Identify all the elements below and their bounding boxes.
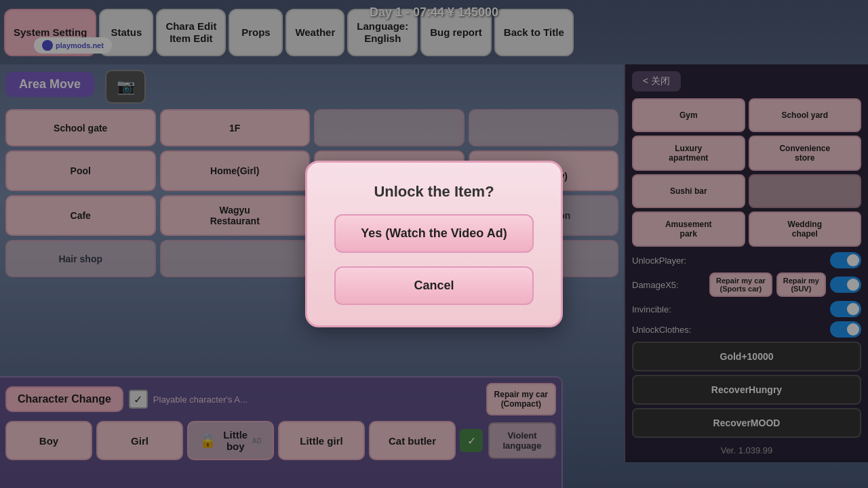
modal-yes-button[interactable]: Yes (Watch the Video Ad): [334, 214, 534, 253]
unlock-item-modal: Unlock the Item? Yes (Watch the Video Ad…: [305, 161, 563, 327]
modal-overlay: Unlock the Item? Yes (Watch the Video Ad…: [0, 0, 868, 488]
modal-cancel-button[interactable]: Cancel: [334, 266, 534, 305]
modal-title: Unlock the Item?: [334, 183, 534, 201]
